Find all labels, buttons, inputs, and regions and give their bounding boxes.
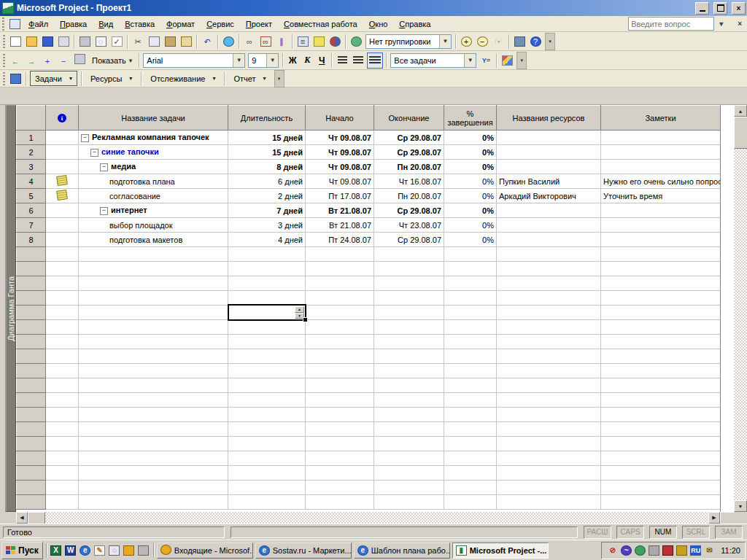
finish-cell[interactable]: Пн 20.08.07 <box>374 160 444 174</box>
question-input[interactable] <box>628 17 714 31</box>
info-column-header[interactable]: i <box>46 106 79 131</box>
empty-cell[interactable] <box>601 320 721 335</box>
row-number[interactable] <box>17 276 46 291</box>
notes-cell[interactable]: Уточнить время <box>601 189 721 203</box>
empty-cell[interactable] <box>497 349 601 364</box>
task-information-icon[interactable]: ≡ <box>295 34 310 49</box>
empty-cell[interactable] <box>46 437 79 451</box>
row-selector-header[interactable] <box>17 106 46 131</box>
empty-cell[interactable] <box>79 349 228 364</box>
empty-cell[interactable] <box>46 247 79 262</box>
empty-cell[interactable] <box>601 408 721 422</box>
empty-cell[interactable] <box>374 335 444 349</box>
empty-cell[interactable] <box>601 291 721 306</box>
start-cell[interactable]: Чт 09.08.07 <box>306 145 374 160</box>
empty-cell[interactable] <box>306 364 374 378</box>
empty-cell[interactable] <box>444 276 497 291</box>
percent-complete-cell[interactable]: 0% <box>444 233 497 247</box>
row-number[interactable] <box>17 364 46 378</box>
row-number[interactable]: 7 <box>17 218 46 233</box>
internet-explorer-icon[interactable]: e <box>79 544 92 557</box>
format-painter-icon[interactable] <box>179 34 193 49</box>
task-name-cell[interactable]: −синие тапочки <box>79 145 228 160</box>
empty-cell[interactable] <box>46 393 79 408</box>
finish-cell[interactable]: Ср 29.08.07 <box>374 203 444 218</box>
empty-cell[interactable] <box>79 320 228 335</box>
autofilter-icon[interactable]: Y= <box>479 53 493 68</box>
doc-restore-icon[interactable] <box>728 20 732 28</box>
format-wizard-icon[interactable] <box>500 53 514 68</box>
empty-cell[interactable] <box>79 378 228 393</box>
empty-cell[interactable] <box>374 276 444 291</box>
empty-cell[interactable] <box>228 335 306 349</box>
empty-cell[interactable] <box>306 495 374 510</box>
print-icon[interactable] <box>77 34 92 49</box>
empty-cell[interactable] <box>374 481 444 495</box>
toolbar-grab-handle[interactable] <box>3 35 5 48</box>
empty-cell[interactable] <box>79 451 228 466</box>
row-number[interactable]: 4 <box>17 174 46 189</box>
task-name-cell[interactable]: согласование <box>79 189 228 203</box>
indicator-cell[interactable] <box>46 131 79 145</box>
insert-hyperlink-icon[interactable] <box>221 34 236 49</box>
empty-cell[interactable] <box>228 320 306 335</box>
percent-complete-cell[interactable]: 0% <box>444 218 497 233</box>
collapse-icon[interactable]: − <box>90 149 98 157</box>
empty-cell[interactable] <box>497 364 601 378</box>
note-icon[interactable] <box>56 190 68 201</box>
row-number[interactable] <box>17 451 46 466</box>
menu-справка[interactable]: Справка <box>393 18 436 31</box>
row-number[interactable]: 6 <box>17 203 46 218</box>
empty-cell[interactable] <box>306 408 374 422</box>
unlink-tasks-icon[interactable]: ∞ <box>258 34 273 49</box>
empty-cell[interactable] <box>444 349 497 364</box>
close-button[interactable]: × <box>732 2 746 15</box>
row-number[interactable] <box>17 262 46 276</box>
font-size-select[interactable]: 9▼ <box>248 53 279 68</box>
empty-cell[interactable] <box>79 306 228 320</box>
empty-cell[interactable] <box>79 291 228 306</box>
empty-cell[interactable] <box>497 422 601 437</box>
percent-complete-cell[interactable]: 0% <box>444 145 497 160</box>
column-header-4[interactable]: Окончание <box>374 106 444 131</box>
finish-cell[interactable]: Чт 23.08.07 <box>374 218 444 233</box>
resources-cell[interactable] <box>497 203 601 218</box>
empty-cell[interactable] <box>497 451 601 466</box>
empty-cell[interactable] <box>46 378 79 393</box>
empty-cell[interactable] <box>374 378 444 393</box>
link-tasks-icon[interactable]: ∞ <box>242 34 257 49</box>
empty-cell[interactable] <box>601 393 721 408</box>
empty-cell[interactable] <box>46 320 79 335</box>
start-cell[interactable]: Вт 21.08.07 <box>306 218 374 233</box>
zoom-out-icon[interactable]: − <box>475 34 489 49</box>
empty-cell[interactable] <box>374 451 444 466</box>
empty-cell[interactable] <box>79 247 228 262</box>
menu-файл[interactable]: Файл <box>23 18 54 31</box>
help-icon[interactable]: ? <box>528 34 543 49</box>
row-number[interactable] <box>17 408 46 422</box>
notes-cell[interactable] <box>601 203 721 218</box>
empty-cell[interactable] <box>228 247 306 262</box>
indicator-cell[interactable] <box>46 203 79 218</box>
empty-cell[interactable] <box>497 306 601 320</box>
row-number[interactable] <box>17 466 46 481</box>
empty-cell[interactable] <box>46 306 79 320</box>
note-icon[interactable] <box>56 175 68 186</box>
align-right-icon[interactable] <box>367 52 383 69</box>
empty-cell[interactable] <box>444 422 497 437</box>
empty-cell[interactable] <box>306 276 374 291</box>
expand-icon[interactable]: + <box>40 54 55 69</box>
indicator-cell[interactable] <box>46 189 79 203</box>
empty-cell[interactable] <box>374 408 444 422</box>
resources-cell[interactable] <box>497 131 601 145</box>
resources-cell[interactable]: Пупкин Василий <box>497 174 601 189</box>
question-dropdown-icon[interactable]: ▾ <box>717 20 725 28</box>
resources-cell[interactable]: Аркадий Викторович <box>497 189 601 203</box>
taskbar-task-button[interactable]: Входящие - Microsof... <box>157 542 253 559</box>
row-number[interactable]: 8 <box>17 233 46 247</box>
notes-cell[interactable] <box>601 131 721 145</box>
empty-cell[interactable] <box>444 378 497 393</box>
row-number[interactable]: 5 <box>17 189 46 203</box>
empty-cell[interactable] <box>79 422 228 437</box>
duration-cell[interactable]: 3 дней <box>228 218 306 233</box>
